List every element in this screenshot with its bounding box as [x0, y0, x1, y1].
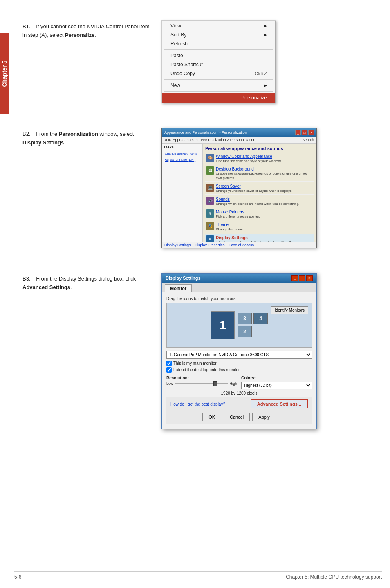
menu-item-personalize[interactable]: Personalize: [162, 93, 275, 103]
menu-item-new[interactable]: New: [162, 81, 275, 90]
checkbox-extend-desktop: Extend the desktop onto this monitor: [166, 367, 312, 373]
window-titlebar: Appearance and Personalization > Persona…: [162, 128, 316, 137]
dialog-footer-left: How do I get the best display?: [170, 402, 248, 406]
resolution-column: Resolution: Low High: [166, 376, 237, 389]
dialog-footer: How do I get the best display? Advanced …: [166, 397, 312, 411]
pixels-text: 1920 by 1200 pixels: [166, 391, 312, 395]
drag-label: Drag the icons to match your monitors.: [166, 296, 312, 301]
section-b1: B1. If you cannot see the NVIDIA Control…: [22, 20, 382, 103]
dialog-body: Drag the icons to match your monitors. I…: [162, 292, 316, 429]
status-display-settings[interactable]: Display Settings: [164, 243, 191, 247]
main-monitor-checkbox[interactable]: [166, 361, 172, 366]
window-toolbar: ◀ ▶ Appearance and Personalization > Per…: [162, 137, 316, 144]
best-display-link[interactable]: How do I get the best display?: [170, 402, 225, 406]
step-b2-text1: From the: [36, 131, 57, 137]
p-item-screen-saver: 💻 Screen Saver Change your screen saver …: [205, 183, 314, 194]
sidebar-adjust-font[interactable]: Adjust font size (DPI): [164, 157, 201, 162]
status-ease-of-access[interactable]: Ease of Access: [229, 243, 254, 247]
monitor-2-row: 2: [238, 326, 268, 337]
window-main-area: Personalise appearance and sounds 🎨 Wind…: [203, 144, 316, 242]
window-sidebar: Tasks Change desktop icons Adjust font s…: [162, 144, 203, 242]
resolution-slider[interactable]: [175, 383, 228, 384]
section-b3-text: B3. From the Display Settings dialog box…: [22, 273, 153, 429]
step-b3-id: B3.: [22, 276, 31, 282]
step-b3-text: From the Display Settings dialog box, cl…: [36, 276, 136, 282]
screen-saver-icon: 💻: [206, 184, 214, 192]
window-color-icon: 🎨: [206, 154, 214, 162]
menu-item-paste[interactable]: Paste: [162, 51, 275, 60]
colors-dropdown[interactable]: Highest (32 bit): [241, 382, 312, 389]
chapter-tab-label: Chapter 5: [1, 61, 8, 87]
mouse-icon: 🖱: [206, 209, 214, 218]
personalization-window: Appearance and Personalization > Persona…: [161, 128, 317, 248]
monitor-4: 4: [253, 313, 268, 324]
context-menu: View Sort By Refresh Paste Paste Shortcu…: [162, 21, 276, 103]
personalize-icon: [170, 94, 177, 101]
tab-monitor[interactable]: Monitor: [165, 284, 192, 292]
section-b3: B3. From the Display Settings dialog box…: [22, 273, 382, 429]
footer-page-number: 5-6: [14, 574, 21, 580]
colors-column: Colors: Highest (32 bit): [241, 376, 312, 389]
p-item-theme: 🎭 Theme Change the theme.: [205, 221, 314, 233]
p-item-display-settings: 🖥 Display Settings Adjust your monitor r…: [205, 234, 314, 242]
dialog-close-btn[interactable]: ×: [306, 275, 313, 281]
chapter-sidebar-tab: Chapter 5: [0, 33, 9, 114]
monitor-arrangement-area: Identify Monitors 1 3 4 2: [166, 303, 312, 348]
window-statusbar: Display Settings Display Properties Ease…: [162, 242, 316, 248]
close-button[interactable]: ×: [308, 130, 314, 135]
desktop-bg-icon: 🖼: [206, 166, 214, 175]
menu-item-sortby[interactable]: Sort By: [162, 30, 275, 39]
menu-item-undo-copy[interactable]: Undo Copy Ctrl+Z: [162, 69, 275, 78]
menu-separator-2: [164, 79, 273, 80]
display-settings-icon: 🖥: [206, 235, 214, 242]
menu-item-refresh[interactable]: Refresh: [162, 39, 275, 48]
section-b1-text: B1. If you cannot see the NVIDIA Control…: [22, 20, 153, 103]
sounds-icon: 🔊: [206, 197, 214, 205]
p-item-window-color: 🎨 Window Color and Appearance Fine tune …: [205, 153, 314, 164]
monitor-2: 2: [238, 326, 252, 337]
dialog-maximize-btn[interactable]: □: [299, 275, 305, 281]
monitor-dropdown[interactable]: 1. Generic PnP Monitor on NVIDIA GeForce…: [166, 351, 312, 359]
footer-chapter-title: Chapter 5: Multiple GPU technology suppo…: [286, 574, 382, 580]
minimize-button[interactable]: _: [295, 130, 301, 135]
menu-item-paste-shortcut[interactable]: Paste Shortcut: [162, 60, 275, 69]
step-b2-bold1: Personalization: [59, 131, 98, 137]
step-b3-bold: Advanced Settings: [22, 284, 70, 290]
p-item-mouse: 🖱 Mouse Pointers Pick a different mouse …: [205, 209, 314, 220]
high-label: High: [229, 382, 237, 386]
main-monitor-label: This is my main monitor: [173, 361, 217, 366]
step-b2-text2: window, select: [99, 131, 134, 137]
monitor-top-row: 3 4: [238, 313, 268, 324]
display-settings-dialog: Display Settings _ □ × Monitor Drag the …: [161, 273, 317, 429]
p-item-sounds: 🔊 Sounds Change which sounds are heard w…: [205, 196, 314, 207]
extend-desktop-checkbox[interactable]: [166, 367, 172, 373]
context-menu-screenshot: View Sort By Refresh Paste Paste Shortcu…: [161, 20, 276, 103]
cancel-button[interactable]: Cancel: [224, 413, 250, 421]
shortcut-undo-copy: Ctrl+Z: [255, 71, 267, 76]
apply-button[interactable]: Apply: [252, 413, 276, 421]
window-title: Appearance and Personalization > Persona…: [164, 130, 247, 135]
p-item-desktop-bg: 🖼 Desktop Background Choose from availab…: [205, 166, 314, 182]
dialog-title-buttons: _ □ ×: [291, 275, 313, 281]
extend-desktop-label: Extend the desktop onto this monitor: [173, 368, 240, 372]
titlebar-buttons: _ □ ×: [295, 130, 314, 135]
resolution-slider-row: Low High: [166, 382, 237, 386]
section-b2: B2. From the Personalization window, sel…: [22, 128, 382, 248]
advanced-settings-button[interactable]: Advanced Settings...: [251, 399, 308, 408]
resolution-label: Resolution:: [166, 376, 237, 380]
ok-button[interactable]: OK: [202, 413, 221, 421]
colors-label: Colors:: [241, 376, 312, 380]
menu-item-view[interactable]: View: [162, 21, 275, 30]
personalize-items-list: 🎨 Window Color and Appearance Fine tune …: [205, 153, 314, 242]
slider-thumb: [213, 381, 217, 386]
sidebar-change-desktop-icons[interactable]: Change desktop icons: [164, 151, 201, 156]
low-label: Low: [166, 382, 173, 386]
dialog-minimize-btn[interactable]: _: [291, 275, 298, 281]
window-content: Tasks Change desktop icons Adjust font s…: [162, 144, 316, 242]
identify-monitors-button[interactable]: Identify Monitors: [271, 306, 308, 314]
monitor-small-stack: 3 4 2: [238, 313, 268, 337]
maximize-button[interactable]: □: [302, 130, 307, 135]
monitor-1: 1: [211, 311, 235, 339]
dialog-tabs: Monitor: [162, 283, 316, 292]
status-display-properties[interactable]: Display Properties: [195, 243, 225, 247]
